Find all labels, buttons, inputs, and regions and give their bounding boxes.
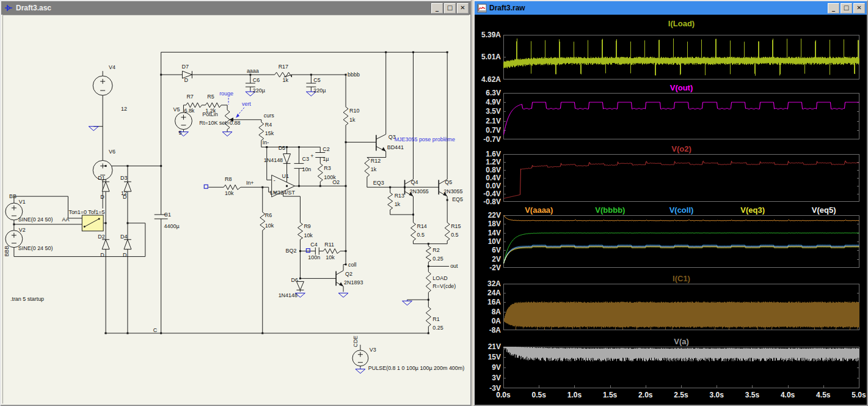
desktop: { "left_window": { "title": "Draft3.asc"… xyxy=(0,0,868,406)
schematic-label: MJE3055 pose problème xyxy=(395,136,455,142)
pane-title-V(a)[interactable]: V(a) xyxy=(503,337,859,346)
schematic-label: 1N4148 xyxy=(279,292,297,298)
pane-title-V(o2)[interactable]: V(o2) xyxy=(503,144,859,153)
schematic-label: D xyxy=(100,252,104,258)
minimize-button[interactable]: _ xyxy=(431,3,443,13)
schematic-label: C2 xyxy=(323,146,329,152)
y-axis-tick-label: 32A xyxy=(476,279,501,288)
schematic-label: BB xyxy=(9,193,16,199)
y-axis-tick-label: 9V xyxy=(476,363,501,372)
y-axis-tick-label: 22V xyxy=(476,211,501,220)
schematic-label: C6 xyxy=(253,77,260,83)
schematic-label: 1k xyxy=(371,166,377,172)
schematic-label: V6 xyxy=(109,149,115,155)
ltspice-waveform-icon xyxy=(477,4,487,13)
y-axis-tick-label: -0.4V xyxy=(476,190,501,198)
schematic-label: V1 xyxy=(19,199,26,205)
schematic-label: 5 xyxy=(178,130,181,136)
schematic-label: R5 xyxy=(207,94,214,100)
schematic-label: .tran 5 startup xyxy=(10,296,44,302)
maximize-button[interactable]: □ xyxy=(841,3,852,13)
waveform-pane-canvas-0[interactable] xyxy=(503,35,859,79)
waveform-pane-canvas-4[interactable] xyxy=(503,284,859,330)
waveform-plot-area[interactable]: I(Load)5.39A5.01A4.62AV(out)6.3V4.9V3.5V… xyxy=(476,15,866,404)
y-axis-tick-label: 2V xyxy=(476,255,501,264)
waveform-pane-canvas-2[interactable] xyxy=(503,154,859,202)
legend-trace-V(bbbb)[interactable]: V(bbbb) xyxy=(595,205,625,215)
pane-title-V(out)[interactable]: V(out) xyxy=(503,83,859,92)
x-axis-tick-label: 2.0s xyxy=(638,391,652,399)
waveform-titlebar[interactable]: Draft3.raw _ □ ✕ xyxy=(475,1,867,15)
schematic-label: D5 xyxy=(279,145,285,151)
schematic-label: C4 xyxy=(310,242,317,248)
schematic-label: R12 xyxy=(371,158,381,164)
schematic-label: R2 xyxy=(432,247,439,253)
waveform-pane-canvas-1[interactable] xyxy=(503,93,859,139)
schematic-label: 4400µ xyxy=(164,223,180,229)
schematic-label: 1k xyxy=(283,77,289,83)
schematic-label: SINE(0 24 50) xyxy=(18,216,53,223)
maximize-button[interactable]: □ xyxy=(444,3,456,13)
y-axis-tick-label: 3.5V xyxy=(476,107,501,116)
schematic-label: D2 xyxy=(98,234,104,240)
schematic-label: C5 xyxy=(313,77,320,83)
schematic-label: Q4 xyxy=(411,179,418,185)
pane-title-I(C1)[interactable]: I(C1) xyxy=(503,274,859,283)
schematic-canvas[interactable]: V412V612D7DaaaaC6220µR171kC5220µbbbbR101… xyxy=(2,15,469,404)
schematic-label: R=V(cde) xyxy=(432,283,456,289)
schematic-label: 2N3055 xyxy=(410,188,429,194)
schematic-label: 10k xyxy=(326,254,335,260)
schematic-titlebar[interactable]: Draft3.asc _ □ ✕ xyxy=(1,1,470,15)
minimize-button[interactable]: _ xyxy=(828,3,839,13)
schematic-label: V3 xyxy=(370,347,376,353)
legend-trace-V(eq5)[interactable]: V(eq5) xyxy=(812,205,836,215)
waveform-pane-canvas-3[interactable] xyxy=(503,215,859,268)
schematic-label: In+ xyxy=(246,180,254,186)
schematic-label: R1 xyxy=(432,316,439,322)
ltspice-schematic-icon xyxy=(4,4,13,13)
legend-trace-V(coll)[interactable]: V(coll) xyxy=(669,205,694,215)
y-axis-tick-label: 0.0V xyxy=(476,182,501,190)
schematic-label: rouge xyxy=(219,90,233,97)
legend-trace-V(aaaa)[interactable]: V(aaaa) xyxy=(525,205,553,215)
schematic-label: V4 xyxy=(109,64,115,70)
y-axis-tick-label: 0.4V xyxy=(476,174,501,182)
schematic-label: In- xyxy=(263,139,269,146)
schematic-label: D4 xyxy=(120,234,127,240)
schematic-label: U1 xyxy=(282,173,289,179)
resistor-symbols xyxy=(186,72,450,327)
schematic-label: R7 xyxy=(186,94,193,100)
y-axis-tick-label: 3V xyxy=(476,374,501,382)
pane-title-I(Load)[interactable]: I(Load) xyxy=(503,19,859,28)
schematic-label: O2 xyxy=(332,179,340,185)
schematic-label: curs xyxy=(264,113,274,119)
y-axis-tick-label: 8A xyxy=(476,308,501,316)
close-button[interactable]: ✕ xyxy=(853,3,865,13)
schematic-label: 10k xyxy=(304,232,313,238)
y-axis-tick-label: 0.8V xyxy=(476,166,501,174)
schematic-label: V5 xyxy=(173,106,180,113)
schematic-label: out xyxy=(450,263,458,269)
schematic-label: D xyxy=(123,252,127,258)
y-axis-tick-label: 1.2V xyxy=(476,158,501,166)
y-axis-tick-label: -0.8V xyxy=(476,197,501,206)
schematic-label: Q5 xyxy=(445,179,452,185)
close-button[interactable]: ✕ xyxy=(457,3,469,13)
y-axis-tick-label: 24A xyxy=(476,289,501,297)
waveform-pane-canvas-5[interactable] xyxy=(503,347,859,388)
schematic-label: R9 xyxy=(304,223,310,229)
schematic-label: 100n xyxy=(308,254,320,260)
waveform-window-title: Draft3.raw xyxy=(489,4,828,12)
schematic-window: Draft3.asc _ □ ✕ xyxy=(0,0,472,406)
legend-trace-V(eq3)[interactable]: V(eq3) xyxy=(740,205,765,215)
schematic-label: 1µ xyxy=(323,156,329,162)
x-axis-tick-label: 0.5s xyxy=(532,391,546,399)
y-axis-tick-label: 10V xyxy=(476,237,501,246)
schematic-label: PULSE(0.8 1 0 100µ 100µ 200m 400m) xyxy=(368,365,464,371)
waveform-window: Draft3.raw _ □ ✕ I(Load)5.39A5.01A4.62AV… xyxy=(473,0,868,406)
schematic-label: vert xyxy=(242,101,251,107)
schematic-label: R15 xyxy=(451,223,461,229)
switch-symbol xyxy=(82,215,103,231)
schematic-label: R6 xyxy=(265,212,272,218)
schematic-label: R17 xyxy=(279,64,288,70)
